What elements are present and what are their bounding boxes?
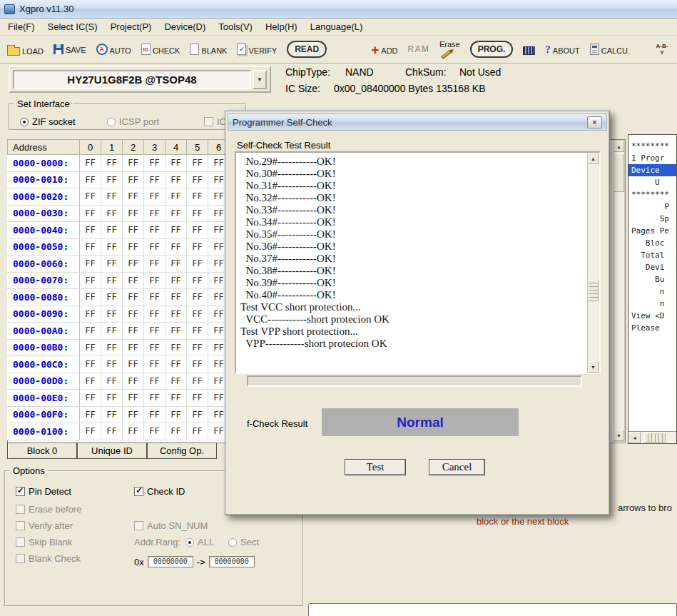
hex-byte-cell[interactable]: FF <box>123 289 144 306</box>
hex-byte-cell[interactable]: FF <box>166 239 187 256</box>
hex-byte-cell[interactable]: FF <box>123 407 144 424</box>
hex-byte-cell[interactable]: FF <box>144 222 166 239</box>
hex-byte-cell[interactable]: FF <box>166 407 187 424</box>
about-button[interactable]: ABOUT <box>545 44 579 55</box>
ram-button[interactable]: RAM <box>408 45 429 54</box>
scroll-up-arrow-icon[interactable] <box>588 153 599 164</box>
scroll-down-arrow-icon[interactable] <box>614 430 624 441</box>
tab-config-op-[interactable]: Config Op. <box>147 443 217 459</box>
test-button[interactable]: Test <box>345 459 406 475</box>
hex-byte-cell[interactable]: FF <box>144 356 166 373</box>
hex-byte-cell[interactable]: FF <box>187 188 208 206</box>
hex-byte-cell[interactable]: FF <box>166 306 187 323</box>
menu-item[interactable]: Select IC(S) <box>41 19 104 34</box>
hex-byte-cell[interactable]: FF <box>144 188 166 206</box>
hex-byte-cell[interactable]: FF <box>80 188 101 206</box>
hex-byte-cell[interactable]: FF <box>187 206 208 223</box>
hex-byte-cell[interactable]: FF <box>123 323 144 340</box>
hex-byte-cell[interactable]: FF <box>144 423 166 440</box>
hex-byte-cell[interactable]: FF <box>80 373 101 390</box>
hex-byte-cell[interactable]: FF <box>80 306 101 323</box>
addr-range-all-radio[interactable]: ALL <box>185 537 214 547</box>
hex-byte-cell[interactable]: FF <box>80 407 101 424</box>
hex-byte-cell[interactable]: FF <box>144 340 166 357</box>
hex-byte-cell[interactable]: FF <box>80 423 101 440</box>
tab-unique-id[interactable]: Unique ID <box>77 443 147 459</box>
hex-byte-cell[interactable]: FF <box>144 323 166 340</box>
hex-byte-cell[interactable]: FF <box>187 340 208 357</box>
hex-byte-cell[interactable]: FF <box>144 407 166 424</box>
menu-item[interactable]: Tools(V) <box>212 19 259 34</box>
save-button[interactable]: SAVE <box>54 44 86 54</box>
hex-vertical-scrollbar[interactable] <box>613 140 625 442</box>
menu-item[interactable]: File(F) <box>1 19 41 34</box>
hex-byte-cell[interactable]: FF <box>166 289 187 306</box>
hex-byte-cell[interactable]: FF <box>80 289 101 306</box>
hex-byte-cell[interactable]: FF <box>144 373 166 390</box>
skip-blank-checkbox[interactable]: Skip Blank <box>16 537 72 547</box>
scroll-down-arrow-icon[interactable] <box>588 361 599 373</box>
hex-byte-cell[interactable]: FF <box>166 423 187 440</box>
device-select-value[interactable]: HY27U1G8F2B @TSOP48 <box>13 70 251 89</box>
hex-byte-cell[interactable]: FF <box>123 273 144 290</box>
hex-byte-cell[interactable]: FF <box>187 239 208 256</box>
add-button[interactable]: ADD <box>371 44 397 55</box>
hex-byte-cell[interactable]: FF <box>144 206 166 223</box>
hex-byte-cell[interactable]: FF <box>101 390 123 407</box>
hex-byte-cell[interactable]: FF <box>80 356 101 373</box>
menu-item[interactable]: Device(D) <box>158 19 212 34</box>
hex-byte-cell[interactable]: FF <box>166 206 187 223</box>
hex-byte-cell[interactable]: FF <box>144 390 166 407</box>
menu-item[interactable]: Help(H) <box>259 19 304 34</box>
hex-byte-cell[interactable]: FF <box>101 239 123 256</box>
hex-byte-cell[interactable]: FF <box>123 222 144 239</box>
hex-byte-cell[interactable]: FF <box>101 356 123 373</box>
device-select-dropdown-button[interactable] <box>253 70 267 89</box>
addr-range-sect-radio[interactable]: Sect <box>228 537 259 547</box>
hex-byte-cell[interactable]: FF <box>80 256 101 273</box>
hex-byte-cell[interactable]: FF <box>123 373 144 390</box>
hex-byte-cell[interactable]: FF <box>123 172 144 189</box>
scrollbar-thumb[interactable] <box>644 433 666 443</box>
hex-byte-cell[interactable]: FF <box>144 172 166 189</box>
tab-block-0[interactable]: Block 0 <box>7 443 77 459</box>
range-to-input[interactable]: 00000000 <box>209 556 255 567</box>
check-id-checkbox[interactable]: Check ID <box>134 486 185 497</box>
hex-byte-cell[interactable]: FF <box>144 256 166 273</box>
scrollbar-thumb[interactable] <box>588 280 599 301</box>
hex-byte-cell[interactable]: FF <box>123 390 144 407</box>
menu-item[interactable]: Language(L) <box>304 19 370 34</box>
hex-byte-cell[interactable]: FF <box>101 155 123 172</box>
hex-byte-cell[interactable]: FF <box>80 390 101 407</box>
compare-a-b-button[interactable]: A-B-Y <box>654 43 670 56</box>
menu-item[interactable]: Project(P) <box>104 19 158 34</box>
hex-byte-cell[interactable]: FF <box>166 323 187 340</box>
hex-byte-cell[interactable]: FF <box>187 306 208 323</box>
hex-byte-cell[interactable]: FF <box>187 172 208 189</box>
hex-byte-cell[interactable]: FF <box>101 340 123 357</box>
hex-byte-cell[interactable]: FF <box>123 256 144 273</box>
verify-after-checkbox[interactable]: Verify after <box>16 520 73 531</box>
hex-byte-cell[interactable]: FF <box>166 390 187 407</box>
hex-byte-cell[interactable]: FF <box>187 222 208 239</box>
hex-byte-cell[interactable]: FF <box>187 356 208 373</box>
hex-byte-cell[interactable]: FF <box>80 239 101 256</box>
prog-button[interactable]: PROG. <box>470 41 514 58</box>
auto-sn-checkbox[interactable]: Auto SN_NUM <box>134 520 208 531</box>
hex-byte-cell[interactable]: FF <box>123 340 144 357</box>
hex-byte-cell[interactable]: FF <box>101 172 123 189</box>
hex-byte-cell[interactable]: FF <box>144 239 166 256</box>
list-vertical-scrollbar[interactable] <box>587 153 599 373</box>
hex-byte-cell[interactable]: FF <box>101 222 123 239</box>
calculator-button[interactable]: CALCU. <box>590 44 630 55</box>
hex-byte-cell[interactable]: FF <box>166 155 187 172</box>
hex-byte-cell[interactable]: FF <box>80 206 101 223</box>
hex-byte-cell[interactable]: FF <box>101 256 123 273</box>
hex-byte-cell[interactable]: FF <box>101 273 123 290</box>
hex-byte-cell[interactable]: FF <box>187 407 208 424</box>
verify-button[interactable]: VERIFY <box>237 44 277 55</box>
hex-byte-cell[interactable]: FF <box>101 289 123 306</box>
hex-byte-cell[interactable]: FF <box>187 423 208 440</box>
hex-byte-cell[interactable]: FF <box>123 206 144 223</box>
hex-byte-cell[interactable]: FF <box>123 239 144 256</box>
